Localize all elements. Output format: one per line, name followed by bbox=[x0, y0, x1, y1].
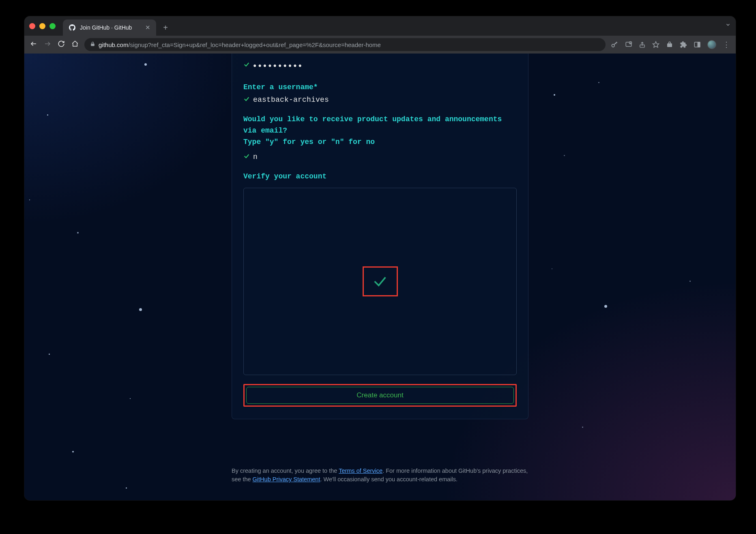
star-decor bbox=[554, 94, 555, 96]
star-decor bbox=[689, 281, 691, 282]
star-decor bbox=[130, 398, 131, 399]
svg-point-2 bbox=[612, 44, 614, 47]
star-decor bbox=[598, 82, 599, 83]
star-decor bbox=[564, 155, 565, 156]
tab-close-button[interactable]: ✕ bbox=[145, 24, 150, 31]
check-icon bbox=[243, 153, 250, 161]
star-decor bbox=[604, 305, 607, 308]
email-updates-value: n bbox=[253, 153, 258, 161]
tabs-dropdown-button[interactable] bbox=[725, 22, 731, 29]
svg-rect-11 bbox=[698, 42, 700, 47]
privacy-statement-link[interactable]: GitHub Privacy Statement bbox=[253, 476, 320, 483]
star-decor bbox=[144, 63, 147, 66]
password-key-icon[interactable] bbox=[610, 41, 619, 49]
window-close-button[interactable] bbox=[29, 23, 35, 29]
verify-prompt: Verify your account bbox=[243, 171, 517, 182]
email-updates-step: Would you like to receive product update… bbox=[243, 114, 517, 161]
nav-forward-button[interactable] bbox=[43, 40, 52, 49]
browser-window: Join GitHub · GitHub ✕ + bbox=[24, 16, 736, 500]
star-decor bbox=[126, 487, 127, 489]
page-viewport: ●●●●●●●●●● Enter a username* eastback-ar… bbox=[24, 54, 736, 500]
email-updates-prompt-line2: Type "y" for yes or "n" for no bbox=[243, 137, 517, 148]
password-step: ●●●●●●●●●● bbox=[243, 61, 517, 70]
window-controls bbox=[29, 23, 56, 29]
window-maximize-button[interactable] bbox=[49, 23, 56, 29]
side-panel-icon[interactable] bbox=[694, 41, 701, 48]
captcha-container[interactable] bbox=[243, 188, 517, 375]
password-masked-value: ●●●●●●●●●● bbox=[253, 62, 303, 69]
browser-toolbar: github.com/signup?ref_cta=Sign+up&ref_lo… bbox=[24, 36, 736, 54]
lock-icon bbox=[90, 41, 95, 48]
star-decor bbox=[139, 308, 142, 311]
tab-title: Join GitHub · GitHub bbox=[80, 24, 141, 31]
star-decor bbox=[582, 427, 583, 428]
legal-text-prefix: By creating an account, you agree to the bbox=[232, 468, 339, 474]
share-icon[interactable] bbox=[639, 41, 646, 48]
check-icon bbox=[243, 96, 250, 104]
nav-back-button[interactable] bbox=[29, 40, 38, 49]
email-updates-prompt-line1: Would you like to receive product update… bbox=[243, 114, 517, 137]
url-text: github.com/signup?ref_cta=Sign+up&ref_lo… bbox=[99, 41, 381, 48]
github-favicon-icon bbox=[69, 24, 76, 31]
tab-strip: Join GitHub · GitHub ✕ + bbox=[24, 16, 736, 36]
extensions-puzzle-icon[interactable] bbox=[680, 41, 687, 48]
create-account-highlight: Create account bbox=[243, 384, 517, 407]
browser-menu-button[interactable]: ⋮ bbox=[723, 40, 731, 49]
star-decor bbox=[47, 114, 48, 116]
star-decor bbox=[77, 232, 79, 234]
address-bar[interactable]: github.com/signup?ref_cta=Sign+up&ref_lo… bbox=[84, 38, 606, 51]
star-decor bbox=[552, 268, 552, 269]
toolbar-actions: ⋮ bbox=[610, 40, 731, 49]
nav-home-button[interactable] bbox=[71, 40, 79, 49]
browser-tab[interactable]: Join GitHub · GitHub ✕ bbox=[63, 19, 156, 36]
legal-text-suffix: . We'll occasionally send you account-re… bbox=[320, 476, 457, 483]
extension-icon-1[interactable] bbox=[666, 41, 673, 48]
svg-rect-8 bbox=[667, 43, 672, 47]
profile-avatar[interactable] bbox=[707, 40, 716, 49]
star-decor bbox=[29, 199, 30, 200]
star-decor bbox=[72, 451, 74, 453]
username-step: Enter a username* eastback-archives bbox=[243, 82, 517, 104]
captcha-check-icon bbox=[370, 273, 390, 290]
new-tab-button[interactable]: + bbox=[159, 21, 172, 34]
verify-step: Verify your account bbox=[243, 171, 517, 375]
create-account-button[interactable]: Create account bbox=[246, 387, 514, 404]
username-prompt: Enter a username* bbox=[243, 82, 517, 93]
bookmark-star-icon[interactable] bbox=[652, 41, 659, 48]
signup-panel: ●●●●●●●●●● Enter a username* eastback-ar… bbox=[232, 54, 528, 419]
install-app-icon[interactable] bbox=[625, 41, 632, 48]
legal-footer: By creating an account, you agree to the… bbox=[232, 467, 528, 485]
svg-marker-7 bbox=[653, 42, 659, 47]
terms-of-service-link[interactable]: Terms of Service bbox=[339, 468, 382, 474]
star-decor bbox=[49, 354, 50, 355]
nav-reload-button[interactable] bbox=[57, 40, 66, 49]
username-value: eastback-archives bbox=[253, 96, 329, 104]
window-minimize-button[interactable] bbox=[39, 23, 45, 29]
check-icon bbox=[243, 61, 250, 70]
captcha-verified-highlight bbox=[363, 266, 398, 296]
